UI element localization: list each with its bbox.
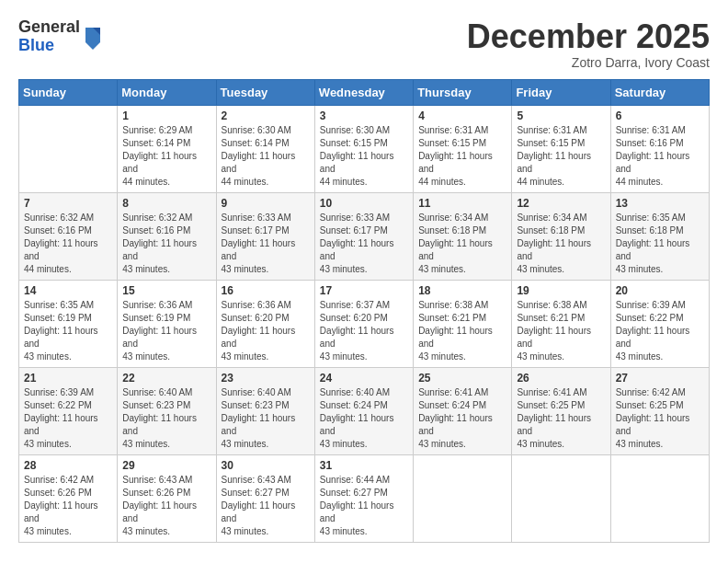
calendar-cell: 22 Sunrise: 6:40 AMSunset: 6:23 PMDaylig… [118, 367, 216, 454]
calendar-cell: 31 Sunrise: 6:44 AMSunset: 6:27 PMDaylig… [314, 454, 413, 542]
day-number: 9 [222, 197, 310, 210]
calendar-cell: 9 Sunrise: 6:33 AMSunset: 6:17 PMDayligh… [216, 192, 314, 280]
day-info: Sunrise: 6:34 AMSunset: 6:18 PMDaylight:… [418, 212, 506, 276]
day-number: 18 [418, 284, 506, 297]
day-number: 11 [418, 197, 506, 210]
logo-general-text: General [18, 18, 80, 37]
location: Zotro Darra, Ivory Coast [467, 55, 710, 70]
day-number: 7 [24, 197, 112, 210]
logo-blue-text: Blue [18, 37, 80, 55]
calendar-cell: 17 Sunrise: 6:37 AMSunset: 6:20 PMDaylig… [314, 280, 413, 367]
day-number: 23 [222, 372, 310, 385]
calendar-cell: 15 Sunrise: 6:36 AMSunset: 6:19 PMDaylig… [118, 280, 216, 367]
day-info: Sunrise: 6:43 AMSunset: 6:27 PMDaylight:… [222, 474, 310, 538]
day-number: 16 [222, 284, 310, 297]
day-info: Sunrise: 6:39 AMSunset: 6:22 PMDaylight:… [616, 299, 704, 363]
weekday-header: Thursday [414, 79, 512, 105]
title-section: December 2025 Zotro Darra, Ivory Coast [467, 18, 710, 70]
day-number: 31 [320, 459, 408, 472]
calendar-cell [414, 454, 512, 542]
calendar-cell: 7 Sunrise: 6:32 AMSunset: 6:16 PMDayligh… [19, 192, 118, 280]
calendar-cell [610, 454, 709, 542]
day-number: 26 [517, 372, 605, 385]
day-number: 6 [616, 109, 704, 122]
day-info: Sunrise: 6:30 AMSunset: 6:14 PMDaylight:… [222, 124, 310, 189]
day-info: Sunrise: 6:38 AMSunset: 6:21 PMDaylight:… [418, 299, 506, 363]
day-info: Sunrise: 6:33 AMSunset: 6:17 PMDaylight:… [222, 212, 310, 276]
day-info: Sunrise: 6:34 AMSunset: 6:18 PMDaylight:… [517, 212, 605, 276]
calendar-cell: 26 Sunrise: 6:41 AMSunset: 6:25 PMDaylig… [512, 367, 610, 454]
day-number: 20 [616, 284, 704, 297]
day-number: 12 [517, 197, 605, 210]
calendar-week-row: 1 Sunrise: 6:29 AMSunset: 6:14 PMDayligh… [19, 105, 710, 192]
day-info: Sunrise: 6:42 AMSunset: 6:26 PMDaylight:… [24, 474, 112, 538]
page-header: General Blue December 2025 Zotro Darra, … [18, 18, 710, 70]
day-info: Sunrise: 6:44 AMSunset: 6:27 PMDaylight:… [320, 474, 408, 538]
day-info: Sunrise: 6:42 AMSunset: 6:25 PMDaylight:… [616, 386, 704, 451]
day-info: Sunrise: 6:31 AMSunset: 6:15 PMDaylight:… [517, 124, 605, 189]
calendar-cell: 13 Sunrise: 6:35 AMSunset: 6:18 PMDaylig… [610, 192, 709, 280]
day-number: 10 [320, 197, 408, 210]
calendar-cell: 12 Sunrise: 6:34 AMSunset: 6:18 PMDaylig… [512, 192, 610, 280]
calendar-table: SundayMondayTuesdayWednesdayThursdayFrid… [18, 79, 710, 543]
calendar-cell: 2 Sunrise: 6:30 AMSunset: 6:14 PMDayligh… [216, 105, 314, 192]
calendar-cell: 16 Sunrise: 6:36 AMSunset: 6:20 PMDaylig… [216, 280, 314, 367]
weekday-header: Saturday [610, 79, 709, 105]
day-number: 2 [222, 109, 310, 122]
calendar-week-row: 28 Sunrise: 6:42 AMSunset: 6:26 PMDaylig… [19, 454, 710, 542]
day-number: 8 [122, 197, 210, 210]
weekday-header: Monday [118, 79, 216, 105]
day-info: Sunrise: 6:33 AMSunset: 6:17 PMDaylight:… [320, 212, 408, 276]
day-info: Sunrise: 6:35 AMSunset: 6:18 PMDaylight:… [616, 212, 704, 276]
day-info: Sunrise: 6:41 AMSunset: 6:25 PMDaylight:… [517, 386, 605, 451]
calendar-cell: 19 Sunrise: 6:38 AMSunset: 6:21 PMDaylig… [512, 280, 610, 367]
calendar-cell: 20 Sunrise: 6:39 AMSunset: 6:22 PMDaylig… [610, 280, 709, 367]
calendar-header-row: SundayMondayTuesdayWednesdayThursdayFrid… [19, 79, 710, 105]
day-number: 15 [122, 284, 210, 297]
day-number: 28 [24, 459, 112, 472]
day-info: Sunrise: 6:35 AMSunset: 6:19 PMDaylight:… [24, 299, 112, 363]
day-info: Sunrise: 6:40 AMSunset: 6:23 PMDaylight:… [122, 386, 210, 451]
day-number: 22 [122, 372, 210, 385]
calendar-cell: 3 Sunrise: 6:30 AMSunset: 6:15 PMDayligh… [314, 105, 413, 192]
day-number: 25 [418, 372, 506, 385]
day-info: Sunrise: 6:31 AMSunset: 6:15 PMDaylight:… [418, 124, 506, 189]
day-info: Sunrise: 6:29 AMSunset: 6:14 PMDaylight:… [122, 124, 210, 189]
weekday-header: Sunday [19, 79, 118, 105]
calendar-cell: 5 Sunrise: 6:31 AMSunset: 6:15 PMDayligh… [512, 105, 610, 192]
day-number: 5 [517, 109, 605, 122]
day-number: 24 [320, 372, 408, 385]
day-info: Sunrise: 6:36 AMSunset: 6:20 PMDaylight:… [222, 299, 310, 363]
weekday-header: Wednesday [314, 79, 413, 105]
calendar-week-row: 21 Sunrise: 6:39 AMSunset: 6:22 PMDaylig… [19, 367, 710, 454]
day-info: Sunrise: 6:36 AMSunset: 6:19 PMDaylight:… [122, 299, 210, 363]
day-info: Sunrise: 6:31 AMSunset: 6:16 PMDaylight:… [616, 124, 704, 189]
day-info: Sunrise: 6:30 AMSunset: 6:15 PMDaylight:… [320, 124, 408, 189]
calendar-cell: 18 Sunrise: 6:38 AMSunset: 6:21 PMDaylig… [414, 280, 512, 367]
day-info: Sunrise: 6:43 AMSunset: 6:26 PMDaylight:… [122, 474, 210, 538]
weekday-header: Tuesday [216, 79, 314, 105]
calendar-cell: 4 Sunrise: 6:31 AMSunset: 6:15 PMDayligh… [414, 105, 512, 192]
day-number: 30 [222, 459, 310, 472]
day-number: 17 [320, 284, 408, 297]
day-number: 27 [616, 372, 704, 385]
calendar-cell: 30 Sunrise: 6:43 AMSunset: 6:27 PMDaylig… [216, 454, 314, 542]
calendar-cell: 14 Sunrise: 6:35 AMSunset: 6:19 PMDaylig… [19, 280, 118, 367]
calendar-cell [512, 454, 610, 542]
day-number: 4 [418, 109, 506, 122]
weekday-header: Friday [512, 79, 610, 105]
day-info: Sunrise: 6:38 AMSunset: 6:21 PMDaylight:… [517, 299, 605, 363]
day-info: Sunrise: 6:32 AMSunset: 6:16 PMDaylight:… [122, 212, 210, 276]
day-info: Sunrise: 6:37 AMSunset: 6:20 PMDaylight:… [320, 299, 408, 363]
day-number: 13 [616, 197, 704, 210]
day-info: Sunrise: 6:32 AMSunset: 6:16 PMDaylight:… [24, 212, 112, 276]
calendar-cell: 21 Sunrise: 6:39 AMSunset: 6:22 PMDaylig… [19, 367, 118, 454]
calendar-cell: 1 Sunrise: 6:29 AMSunset: 6:14 PMDayligh… [118, 105, 216, 192]
calendar-cell: 11 Sunrise: 6:34 AMSunset: 6:18 PMDaylig… [414, 192, 512, 280]
logo-icon [82, 24, 104, 50]
calendar-cell: 6 Sunrise: 6:31 AMSunset: 6:16 PMDayligh… [610, 105, 709, 192]
calendar-cell: 25 Sunrise: 6:41 AMSunset: 6:24 PMDaylig… [414, 367, 512, 454]
calendar-cell: 10 Sunrise: 6:33 AMSunset: 6:17 PMDaylig… [314, 192, 413, 280]
day-number: 29 [122, 459, 210, 472]
logo: General Blue [18, 18, 104, 55]
